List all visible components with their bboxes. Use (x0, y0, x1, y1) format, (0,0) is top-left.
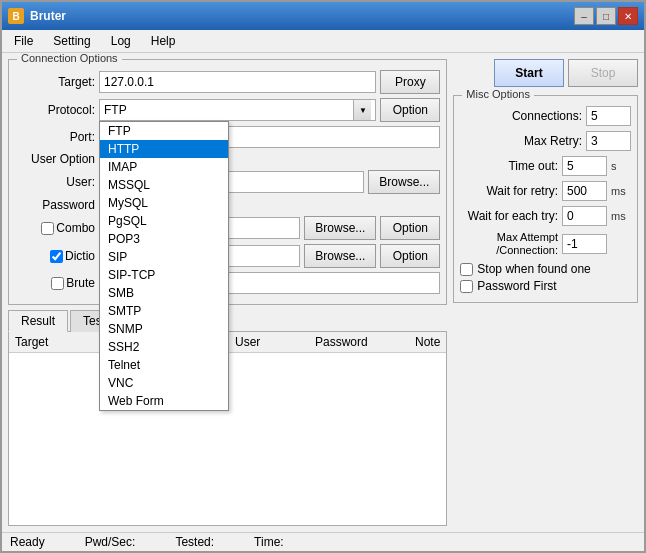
dropdown-item-mssql[interactable]: MSSQL (100, 176, 228, 194)
wait-each-row: Wait for each try: ms (460, 206, 631, 226)
dropdown-item-mysql[interactable]: MySQL (100, 194, 228, 212)
status-tested: Tested: (175, 535, 214, 549)
connections-row: Connections: (460, 106, 631, 126)
left-panel: Connection Options Target: Proxy Protoco… (8, 59, 447, 526)
dropdown-item-sip[interactable]: SIP (100, 248, 228, 266)
port-label: Port: (15, 130, 95, 144)
menu-bar: File Setting Log Help (2, 30, 644, 53)
brute-label: Brute (66, 276, 95, 290)
title-bar: B Bruter – □ ✕ (2, 2, 644, 30)
dropdown-item-imap[interactable]: IMAP (100, 158, 228, 176)
minimize-button[interactable]: – (574, 7, 594, 25)
status-bar: Ready Pwd/Sec: Tested: Time: (2, 532, 644, 551)
brute-checkbox[interactable] (51, 277, 64, 290)
wait-retry-label: Wait for retry: (460, 184, 558, 198)
target-label: Target: (15, 75, 95, 89)
combo-checkbox[interactable] (41, 222, 54, 235)
browse-button-combo[interactable]: Browse... (304, 216, 376, 240)
dropdown-arrow: ▼ (353, 100, 371, 120)
proxy-button[interactable]: Proxy (380, 70, 440, 94)
wait-retry-unit: ms (611, 185, 631, 197)
dropdown-item-snmp[interactable]: SNMP (100, 320, 228, 338)
col-header-user: User (235, 335, 315, 349)
user-option-label: User Option (15, 152, 95, 166)
main-content: Connection Options Target: Proxy Protoco… (2, 53, 644, 532)
browse-button-dicti[interactable]: Browse... (304, 244, 376, 268)
wait-each-input[interactable] (562, 206, 607, 226)
protocol-selected-value: FTP (104, 103, 127, 117)
user-label: User: (15, 175, 95, 189)
stop-when-found-row: Stop when found one (460, 262, 631, 276)
wait-each-unit: ms (611, 210, 631, 222)
wait-retry-row: Wait for retry: ms (460, 181, 631, 201)
connections-label: Connections: (460, 109, 582, 123)
menu-file[interactable]: File (6, 32, 41, 50)
protocol-container: FTP ▼ FTP HTTP IMAP MSSQL MySQL PgSQL PO… (99, 99, 376, 121)
dropdown-item-vnc[interactable]: VNC (100, 374, 228, 392)
close-button[interactable]: ✕ (618, 7, 638, 25)
connection-options-title: Connection Options (17, 53, 122, 64)
password-first-label: Password First (477, 279, 556, 293)
dropdown-item-ftp[interactable]: FTP (100, 122, 228, 140)
dicti-label: Dictio (65, 249, 95, 263)
option-button-combo[interactable]: Option (380, 216, 440, 240)
password-first-checkbox[interactable] (460, 280, 473, 293)
stop-when-found-label: Stop when found one (477, 262, 590, 276)
option-button-protocol[interactable]: Option (380, 98, 440, 122)
password-label: Password (15, 198, 95, 212)
wait-each-label: Wait for each try: (460, 209, 558, 223)
target-row: Target: Proxy (15, 70, 440, 94)
window-title: Bruter (30, 9, 66, 23)
title-bar-left: B Bruter (8, 8, 66, 24)
target-input[interactable] (99, 71, 376, 93)
stop-when-found-checkbox[interactable] (460, 263, 473, 276)
dropdown-item-telnet[interactable]: Telnet (100, 356, 228, 374)
right-panel: Start Stop Misc Options Connections: Max… (453, 59, 638, 526)
protocol-select[interactable]: FTP ▼ (99, 99, 376, 121)
dropdown-item-pop3[interactable]: POP3 (100, 230, 228, 248)
tab-result[interactable]: Result (8, 310, 68, 332)
menu-log[interactable]: Log (103, 32, 139, 50)
dicti-checkbox[interactable] (50, 250, 63, 263)
dropdown-item-http[interactable]: HTTP (100, 140, 228, 158)
maximize-button[interactable]: □ (596, 7, 616, 25)
dropdown-item-ssh2[interactable]: SSH2 (100, 338, 228, 356)
max-attempt-row: Max Attempt/Connection: (460, 231, 631, 257)
max-attempt-label: Max Attempt/Connection: (460, 231, 558, 257)
connection-options-group: Connection Options Target: Proxy Protoco… (8, 59, 447, 305)
max-retry-label: Max Retry: (460, 134, 582, 148)
start-button[interactable]: Start (494, 59, 564, 87)
dropdown-item-smb[interactable]: SMB (100, 284, 228, 302)
start-stop-row: Start Stop (453, 59, 638, 87)
protocol-row: Protocol: FTP ▼ FTP HTTP IMAP MSSQL MyS (15, 98, 440, 122)
browse-button-user[interactable]: Browse... (368, 170, 440, 194)
timeout-row: Time out: s (460, 156, 631, 176)
status-time: Time: (254, 535, 284, 549)
max-attempt-input[interactable] (562, 234, 607, 254)
timeout-input[interactable] (562, 156, 607, 176)
timeout-unit: s (611, 160, 631, 172)
dropdown-item-sip-tcp[interactable]: SIP-TCP (100, 266, 228, 284)
stop-button[interactable]: Stop (568, 59, 638, 87)
protocol-label: Protocol: (15, 103, 95, 117)
misc-options-title: Misc Options (462, 88, 534, 100)
dropdown-item-pgsql[interactable]: PgSQL (100, 212, 228, 230)
misc-options-group: Misc Options Connections: Max Retry: Tim… (453, 95, 638, 303)
main-window: B Bruter – □ ✕ File Setting Log Help Con… (0, 0, 646, 553)
dropdown-item-smtp[interactable]: SMTP (100, 302, 228, 320)
col-header-password: Password (315, 335, 415, 349)
combo-label: Combo (56, 221, 95, 235)
protocol-dropdown: FTP HTTP IMAP MSSQL MySQL PgSQL POP3 SIP… (99, 121, 229, 411)
title-controls: – □ ✕ (574, 7, 638, 25)
menu-setting[interactable]: Setting (45, 32, 98, 50)
menu-help[interactable]: Help (143, 32, 184, 50)
wait-retry-input[interactable] (562, 181, 607, 201)
connections-input[interactable] (586, 106, 631, 126)
timeout-label: Time out: (460, 159, 558, 173)
col-header-note: Note (415, 335, 440, 349)
max-retry-row: Max Retry: (460, 131, 631, 151)
dropdown-item-webform[interactable]: Web Form (100, 392, 228, 410)
max-retry-input[interactable] (586, 131, 631, 151)
option-button-dicti[interactable]: Option (380, 244, 440, 268)
status-pwd-sec: Pwd/Sec: (85, 535, 136, 549)
